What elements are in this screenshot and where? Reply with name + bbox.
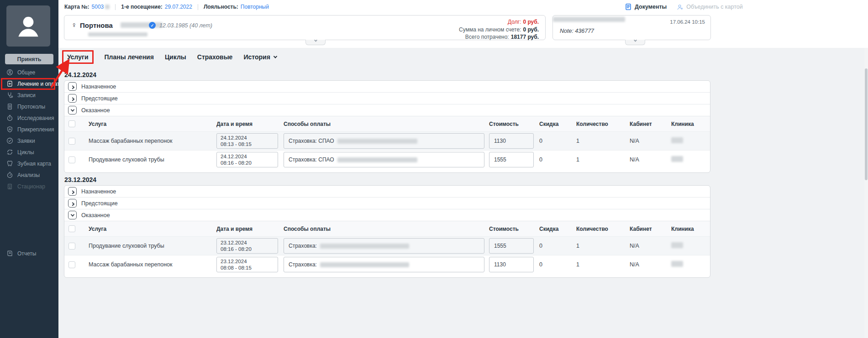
sidebar-item-appointments[interactable]: Записи [0,89,58,101]
sidebar-item-cycles[interactable]: Циклы [0,146,58,158]
service-name: Продувание слуховой трубы [89,243,216,249]
section-upcoming[interactable]: Предстоящие [64,198,710,209]
book-plus-icon [6,250,13,257]
sidebar-item-label: Заявки [17,138,35,144]
card-number-value[interactable]: 5003 [92,4,104,10]
timer-icon [6,114,13,121]
row-checkbox[interactable] [68,261,75,268]
payment-field[interactable]: Страховка: [284,238,484,254]
tab-insurance[interactable]: Страховые [197,53,233,61]
expand-button[interactable] [68,199,77,208]
datetime-field[interactable]: 23.12.202408:08 - 08:15 [216,257,278,272]
column-header-cost: Стоимость [489,121,539,127]
row-checkbox[interactable] [68,138,75,145]
collapse-button[interactable] [68,106,77,114]
services-day-card: Назначенное Предстоящие Оказанное Услуга… [64,80,710,173]
collapse-button[interactable] [68,211,77,219]
accept-button[interactable]: Принять [5,54,53,64]
first-visit-value[interactable]: 29.07.2022 [165,4,192,10]
tab-treatment-plans[interactable]: Планы лечения [105,53,154,61]
redacted-insurer [320,244,409,249]
scrollbar-thumb[interactable] [865,68,868,180]
section-label: Оказанное [81,212,110,218]
column-header-datetime: Дата и время [216,121,284,127]
vertical-scrollbar [864,48,868,338]
select-all-checkbox[interactable] [68,225,75,232]
sidebar-item-analyses[interactable]: Анализы [0,169,58,181]
cabinet-value: N/A [630,138,671,144]
datetime-field[interactable]: 24.12.202408:13 - 08:15 [216,133,278,149]
patient-last-name: Портнова [80,21,113,29]
chevron-down-icon [314,39,317,42]
expand-button[interactable] [68,82,77,91]
divider [198,4,198,10]
sidebar-item-reports[interactable]: Отчеты [0,248,58,259]
divider [115,4,116,10]
quantity-value: 1 [576,261,630,268]
sidebar-item-label: Стационар [17,183,45,190]
redacted-clinic [671,137,683,143]
person-circle-icon [6,69,13,76]
personal-account-line: Сумма на личном счете:0 руб. [459,26,539,34]
sidebar-item-hospital: Стационар [0,181,58,192]
med-card-icon [6,80,13,87]
column-header-clinic: Клиника [671,226,710,232]
expand-button[interactable] [68,94,77,103]
chevron-down-icon [70,213,74,216]
sidebar-item-treatment-payment[interactable]: Лечение и оплата [0,78,58,89]
sidebar-item-research[interactable]: Исследования [0,112,58,124]
tab-cycles[interactable]: Циклы [165,53,186,61]
section-upcoming[interactable]: Предстоящие [64,93,710,104]
merge-card-label: Объединить с картой [686,4,742,10]
sidebar-item-protocols[interactable]: Протоколы [0,101,58,112]
section-provided[interactable]: Оказанное [64,209,710,221]
datetime-field[interactable]: 24.12.202408:16 - 08:20 [216,152,278,167]
expand-button[interactable] [68,187,77,196]
payment-field[interactable]: Страховка: СПАО [284,133,484,149]
sidebar-item-label: Протоколы [17,104,45,110]
column-header-payment: Способы оплаты [284,121,489,127]
redacted-insurer [337,157,417,162]
payment-field[interactable]: Страховка: СПАО [284,152,484,167]
shield-icon [6,126,13,133]
cost-field[interactable]: 1130 [489,257,534,272]
cabinet-value: N/A [630,156,671,163]
cost-field[interactable]: 1555 [489,238,534,254]
select-all-checkbox[interactable] [68,120,75,127]
section-assigned[interactable]: Назначенное [64,81,710,93]
column-header-quantity: Количество [576,226,630,232]
document-icon [625,3,632,10]
chevron-down-icon [70,108,74,111]
table-row: Массаж барабанных перепонок 23.12.202408… [64,255,710,274]
column-header-discount: Скидка [539,226,576,232]
documents-button[interactable]: Документы [625,3,667,10]
table-header: Услуга Дата и время Способы оплаты Стоим… [64,221,710,236]
section-provided[interactable]: Оказанное [64,104,710,116]
row-checkbox[interactable] [68,156,75,163]
column-header-payment: Способы оплаты [284,226,489,232]
services-day-card: Назначенное Предстоящие Оказанное Услуга… [64,185,710,278]
sidebar-item-attachments[interactable]: Прикрепления [0,124,58,135]
section-assigned[interactable]: Назначенное [64,186,710,198]
cost-field[interactable]: 1130 [489,133,534,149]
table-row: Продувание слуховой трубы 24.12.202408:1… [64,150,710,169]
discount-value: 0 [539,261,576,268]
redacted-note-line [553,17,625,22]
redacted-phone [88,32,147,36]
sidebar-item-dental-chart[interactable]: Зубная карта [0,158,58,169]
sidebar-item-requests[interactable]: Заявки [0,135,58,146]
column-header-cabinet: Кабинет [630,226,671,232]
column-header-datetime: Дата и время [216,226,284,232]
merge-card-button[interactable]: Объединить с картой [677,4,742,10]
patient-card-collapse-button[interactable] [305,40,326,45]
row-checkbox[interactable] [68,243,75,250]
cost-field[interactable]: 1555 [489,152,534,167]
tab-services[interactable]: Услуги [62,50,94,64]
datetime-field[interactable]: 23.12.202408:16 - 08:20 [216,238,278,254]
payment-field[interactable]: Страховка: [284,257,484,272]
tab-history[interactable]: История [243,53,276,61]
note-card-collapse-button[interactable] [625,40,645,45]
note-timestamp: 17.06.24 10:15 [670,19,705,25]
loyalty-value[interactable]: Повторный [241,4,269,10]
sidebar-item-general[interactable]: Общее [0,67,58,78]
